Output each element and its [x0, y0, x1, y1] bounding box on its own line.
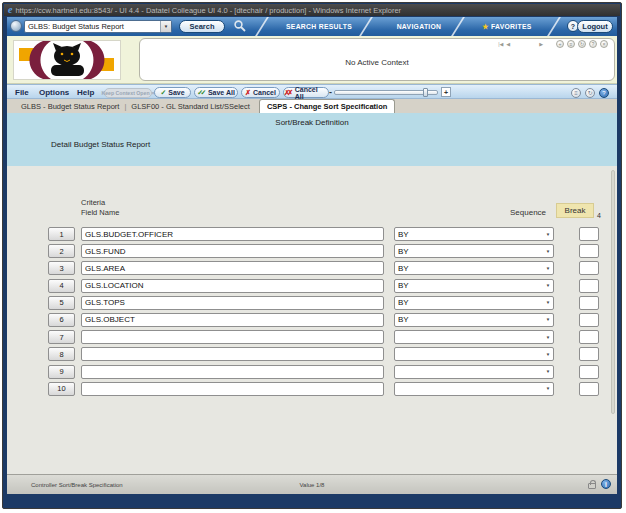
field-name-input[interactable] — [81, 244, 384, 258]
cancel-button[interactable]: ✗ Cancel — [241, 87, 280, 98]
print-icon[interactable]: ≡ — [571, 88, 581, 98]
sequence-select-value: BY — [395, 281, 543, 290]
search-button[interactable]: Search — [179, 20, 225, 33]
zoom-slider-thumb[interactable] — [423, 88, 428, 97]
double-check-icon: ✓✓ — [197, 89, 204, 97]
break-input[interactable] — [579, 279, 599, 293]
cancel-label: Cancel — [253, 89, 276, 96]
row-number-button[interactable]: 8 — [48, 347, 75, 361]
zoom-out-button[interactable]: - — [329, 87, 332, 97]
menu-options[interactable]: Options — [39, 88, 69, 97]
context-panel: |◀ ◀ ▶ + ≡ ↻ ? × No Active Context — [139, 38, 615, 81]
keep-context-open-label: Keep Context Open — [101, 90, 149, 96]
field-name-input[interactable] — [81, 227, 384, 241]
cancel-all-label: Cancel All — [295, 86, 328, 100]
chevron-down-icon: ▼ — [543, 386, 553, 391]
field-name-input[interactable] — [81, 261, 384, 275]
menu-file[interactable]: File — [15, 88, 29, 97]
field-name-input[interactable] — [81, 296, 384, 310]
chevron-down-icon: ▼ — [543, 300, 553, 305]
menubar-icons: ≡ ↻ ? — [571, 88, 609, 98]
check-icon: ✓ — [160, 89, 166, 97]
search-icon[interactable] — [233, 19, 247, 33]
sequence-select[interactable]: ▼ — [394, 365, 554, 379]
criteria-row: 8 ▼ — [7, 347, 617, 361]
row-number-button[interactable]: 3 — [48, 261, 75, 275]
toolbar-tab-search-results[interactable]: SEARCH RESULTS — [269, 19, 369, 34]
sequence-select-value: BY — [395, 298, 543, 307]
zoom-slider-track[interactable] — [334, 90, 438, 95]
cross-icon: ✗ — [245, 89, 251, 97]
form-tab-glbs[interactable]: GLBS - Budget Status Report — [16, 100, 124, 113]
form-title: Sort/Break Definition — [7, 118, 617, 127]
field-name-input[interactable] — [81, 279, 384, 293]
save-button[interactable]: ✓ Save — [154, 87, 191, 98]
break-column-header: Break — [556, 203, 594, 218]
info-icon[interactable]: i — [601, 479, 611, 489]
chevron-down-icon: ▼ — [543, 232, 553, 237]
break-input[interactable] — [579, 347, 599, 361]
menu-help[interactable]: Help — [77, 88, 94, 97]
cancel-all-button[interactable]: ✗✗ Cancel All — [283, 87, 329, 98]
scrollbar-track[interactable] — [611, 170, 615, 414]
menubar: File Options Help Keep Context Open × ✓ … — [7, 84, 617, 99]
sequence-select[interactable]: ▼ — [394, 382, 554, 396]
main-toolbar: GLBS: Budget Status Report ▼ Search SEAR… — [7, 17, 617, 36]
refresh-icon[interactable]: ↻ — [585, 88, 595, 98]
app-frame: GLBS: Budget Status Report ▼ Search SEAR… — [7, 17, 617, 494]
tab-label: FAVORITES — [491, 23, 532, 30]
break-input[interactable] — [579, 330, 599, 344]
toolbar-tab-navigation[interactable]: NAVIGATION — [379, 19, 459, 34]
row-number-button[interactable]: 9 — [48, 365, 75, 379]
save-all-label: Save All — [208, 89, 235, 96]
row-number-button[interactable]: 4 — [48, 279, 75, 293]
toolbar-tab-favorites[interactable]: ★ FAVORITES — [465, 19, 549, 34]
zoom-in-button[interactable]: + — [441, 87, 451, 97]
sequence-select[interactable]: BY ▼ — [394, 296, 554, 310]
row-number-button[interactable]: 10 — [48, 382, 75, 396]
field-name-input[interactable] — [81, 347, 384, 361]
sequence-select[interactable]: BY ▼ — [394, 279, 554, 293]
row-number-button[interactable]: 2 — [48, 244, 75, 258]
break-input[interactable] — [579, 261, 599, 275]
divider-slash — [547, 17, 567, 36]
break-input[interactable] — [579, 296, 599, 310]
field-name-input[interactable] — [81, 330, 384, 344]
row-number-button[interactable]: 5 — [48, 296, 75, 310]
chevron-down-icon: ▼ — [543, 266, 553, 271]
menubar-help-icon[interactable]: ? — [599, 88, 609, 98]
sequence-select[interactable]: BY ▼ — [394, 261, 554, 275]
criteria-row: 5 BY ▼ — [7, 296, 617, 310]
status-value-counter: Value 1/8 — [7, 482, 617, 488]
form-selector-dropdown[interactable]: GLBS: Budget Status Report ▼ — [24, 20, 172, 33]
row-number-button[interactable]: 6 — [48, 313, 75, 327]
break-input[interactable] — [579, 313, 599, 327]
chevron-down-icon: ▼ — [543, 352, 553, 357]
chevron-down-icon[interactable]: ▼ — [160, 21, 171, 32]
save-all-button[interactable]: ✓✓ Save All — [194, 87, 238, 98]
sequence-select[interactable]: BY ▼ — [394, 244, 554, 258]
sequence-select[interactable]: ▼ — [394, 330, 554, 344]
row-number-button[interactable]: 1 — [48, 227, 75, 241]
sequence-select[interactable]: BY ▼ — [394, 313, 554, 327]
criteria-row: 7 ▼ — [7, 330, 617, 344]
logout-button[interactable]: Logout — [577, 20, 613, 33]
field-name-input[interactable] — [81, 382, 384, 396]
sequence-select[interactable]: BY ▼ — [394, 227, 554, 241]
sequence-select[interactable]: ▼ — [394, 347, 554, 361]
break-input[interactable] — [579, 382, 599, 396]
header-area: |◀ ◀ ▶ + ≡ ↻ ? × No Active Context — [7, 36, 617, 84]
save-label: Save — [168, 89, 184, 96]
lock-icon — [588, 483, 596, 489]
criteria-rows: 1 BY ▼ 2 BY ▼ 3 BY ▼ 4 BY ▼ 5 — [7, 227, 617, 399]
field-name-input[interactable] — [81, 365, 384, 379]
field-name-input[interactable] — [81, 313, 384, 327]
form-tab-csps-active[interactable]: CSPS - Change Sort Specification — [259, 99, 395, 113]
statusbar: Controller Sort/Break Specification Valu… — [7, 474, 617, 494]
break-input[interactable] — [579, 227, 599, 241]
break-input[interactable] — [579, 244, 599, 258]
criteria-row: 9 ▼ — [7, 365, 617, 379]
form-tab-glsf00[interactable]: GLSF00 - GL Standard List/SSelect — [126, 100, 255, 113]
row-number-button[interactable]: 7 — [48, 330, 75, 344]
break-input[interactable] — [579, 365, 599, 379]
